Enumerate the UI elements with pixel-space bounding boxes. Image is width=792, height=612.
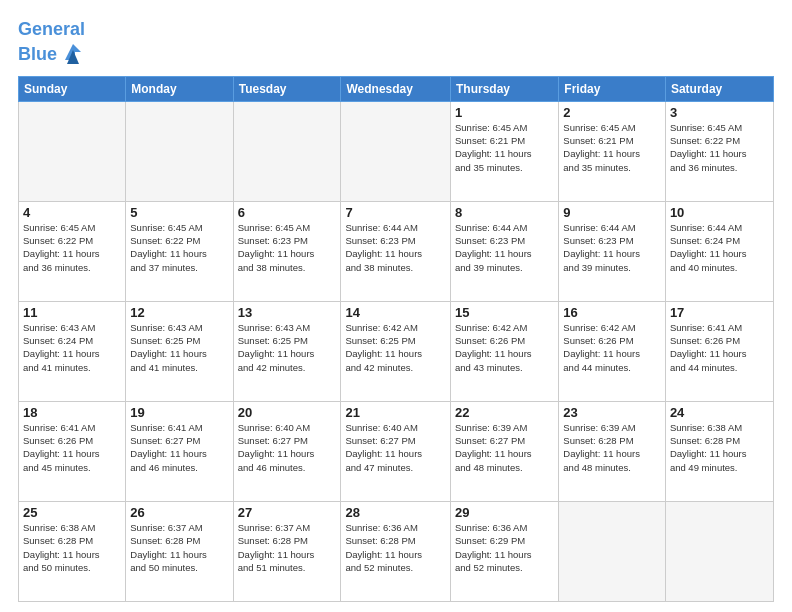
day-number: 1 [455,105,554,120]
day-number: 23 [563,405,661,420]
day-info: Sunrise: 6:45 AM Sunset: 6:23 PM Dayligh… [238,221,337,274]
day-info: Sunrise: 6:42 AM Sunset: 6:26 PM Dayligh… [563,321,661,374]
day-info: Sunrise: 6:37 AM Sunset: 6:28 PM Dayligh… [130,521,228,574]
day-number: 28 [345,505,446,520]
col-header-wednesday: Wednesday [341,76,451,101]
week-row-4: 18Sunrise: 6:41 AM Sunset: 6:26 PM Dayli… [19,401,774,501]
day-info: Sunrise: 6:38 AM Sunset: 6:28 PM Dayligh… [670,421,769,474]
week-row-2: 4Sunrise: 6:45 AM Sunset: 6:22 PM Daylig… [19,201,774,301]
day-info: Sunrise: 6:44 AM Sunset: 6:24 PM Dayligh… [670,221,769,274]
week-row-1: 1Sunrise: 6:45 AM Sunset: 6:21 PM Daylig… [19,101,774,201]
day-number: 19 [130,405,228,420]
day-cell: 23Sunrise: 6:39 AM Sunset: 6:28 PM Dayli… [559,401,666,501]
day-cell: 29Sunrise: 6:36 AM Sunset: 6:29 PM Dayli… [451,501,559,601]
day-cell: 6Sunrise: 6:45 AM Sunset: 6:23 PM Daylig… [233,201,341,301]
day-cell [341,101,451,201]
calendar-table: SundayMondayTuesdayWednesdayThursdayFrid… [18,76,774,602]
day-info: Sunrise: 6:44 AM Sunset: 6:23 PM Dayligh… [455,221,554,274]
day-number: 17 [670,305,769,320]
day-number: 3 [670,105,769,120]
col-header-friday: Friday [559,76,666,101]
day-cell [19,101,126,201]
header-row: SundayMondayTuesdayWednesdayThursdayFrid… [19,76,774,101]
day-number: 25 [23,505,121,520]
day-cell: 17Sunrise: 6:41 AM Sunset: 6:26 PM Dayli… [665,301,773,401]
day-cell: 15Sunrise: 6:42 AM Sunset: 6:26 PM Dayli… [451,301,559,401]
day-info: Sunrise: 6:39 AM Sunset: 6:28 PM Dayligh… [563,421,661,474]
day-cell: 20Sunrise: 6:40 AM Sunset: 6:27 PM Dayli… [233,401,341,501]
day-cell: 25Sunrise: 6:38 AM Sunset: 6:28 PM Dayli… [19,501,126,601]
day-number: 29 [455,505,554,520]
day-number: 6 [238,205,337,220]
day-number: 27 [238,505,337,520]
day-number: 15 [455,305,554,320]
logo: General Blue [18,20,87,70]
day-info: Sunrise: 6:41 AM Sunset: 6:26 PM Dayligh… [23,421,121,474]
day-cell: 19Sunrise: 6:41 AM Sunset: 6:27 PM Dayli… [126,401,233,501]
day-cell: 18Sunrise: 6:41 AM Sunset: 6:26 PM Dayli… [19,401,126,501]
day-number: 9 [563,205,661,220]
day-number: 18 [23,405,121,420]
day-info: Sunrise: 6:41 AM Sunset: 6:26 PM Dayligh… [670,321,769,374]
day-cell: 16Sunrise: 6:42 AM Sunset: 6:26 PM Dayli… [559,301,666,401]
day-info: Sunrise: 6:45 AM Sunset: 6:21 PM Dayligh… [563,121,661,174]
day-info: Sunrise: 6:43 AM Sunset: 6:25 PM Dayligh… [238,321,337,374]
day-cell: 3Sunrise: 6:45 AM Sunset: 6:22 PM Daylig… [665,101,773,201]
day-cell: 12Sunrise: 6:43 AM Sunset: 6:25 PM Dayli… [126,301,233,401]
day-number: 16 [563,305,661,320]
day-info: Sunrise: 6:44 AM Sunset: 6:23 PM Dayligh… [563,221,661,274]
day-number: 12 [130,305,228,320]
day-cell: 2Sunrise: 6:45 AM Sunset: 6:21 PM Daylig… [559,101,666,201]
day-number: 11 [23,305,121,320]
day-cell [665,501,773,601]
col-header-saturday: Saturday [665,76,773,101]
day-cell: 13Sunrise: 6:43 AM Sunset: 6:25 PM Dayli… [233,301,341,401]
day-number: 13 [238,305,337,320]
day-cell: 5Sunrise: 6:45 AM Sunset: 6:22 PM Daylig… [126,201,233,301]
day-number: 4 [23,205,121,220]
col-header-tuesday: Tuesday [233,76,341,101]
day-info: Sunrise: 6:36 AM Sunset: 6:28 PM Dayligh… [345,521,446,574]
day-info: Sunrise: 6:43 AM Sunset: 6:24 PM Dayligh… [23,321,121,374]
day-cell: 28Sunrise: 6:36 AM Sunset: 6:28 PM Dayli… [341,501,451,601]
col-header-thursday: Thursday [451,76,559,101]
day-cell: 7Sunrise: 6:44 AM Sunset: 6:23 PM Daylig… [341,201,451,301]
day-info: Sunrise: 6:38 AM Sunset: 6:28 PM Dayligh… [23,521,121,574]
week-row-5: 25Sunrise: 6:38 AM Sunset: 6:28 PM Dayli… [19,501,774,601]
day-number: 5 [130,205,228,220]
day-number: 24 [670,405,769,420]
day-number: 26 [130,505,228,520]
page: General Blue SundayMondayTuesdayWednesda… [0,0,792,612]
day-number: 10 [670,205,769,220]
day-cell: 4Sunrise: 6:45 AM Sunset: 6:22 PM Daylig… [19,201,126,301]
day-cell: 10Sunrise: 6:44 AM Sunset: 6:24 PM Dayli… [665,201,773,301]
day-cell [126,101,233,201]
logo-text: General [18,20,87,40]
day-cell: 24Sunrise: 6:38 AM Sunset: 6:28 PM Dayli… [665,401,773,501]
day-info: Sunrise: 6:45 AM Sunset: 6:22 PM Dayligh… [670,121,769,174]
day-number: 2 [563,105,661,120]
day-cell: 11Sunrise: 6:43 AM Sunset: 6:24 PM Dayli… [19,301,126,401]
day-info: Sunrise: 6:43 AM Sunset: 6:25 PM Dayligh… [130,321,228,374]
day-cell [559,501,666,601]
day-number: 8 [455,205,554,220]
day-cell: 14Sunrise: 6:42 AM Sunset: 6:25 PM Dayli… [341,301,451,401]
logo-icon [59,40,87,68]
day-info: Sunrise: 6:37 AM Sunset: 6:28 PM Dayligh… [238,521,337,574]
day-cell: 27Sunrise: 6:37 AM Sunset: 6:28 PM Dayli… [233,501,341,601]
day-cell: 21Sunrise: 6:40 AM Sunset: 6:27 PM Dayli… [341,401,451,501]
day-cell [233,101,341,201]
day-info: Sunrise: 6:36 AM Sunset: 6:29 PM Dayligh… [455,521,554,574]
day-number: 21 [345,405,446,420]
day-cell: 8Sunrise: 6:44 AM Sunset: 6:23 PM Daylig… [451,201,559,301]
week-row-3: 11Sunrise: 6:43 AM Sunset: 6:24 PM Dayli… [19,301,774,401]
day-info: Sunrise: 6:45 AM Sunset: 6:22 PM Dayligh… [130,221,228,274]
day-cell: 26Sunrise: 6:37 AM Sunset: 6:28 PM Dayli… [126,501,233,601]
day-cell: 22Sunrise: 6:39 AM Sunset: 6:27 PM Dayli… [451,401,559,501]
day-info: Sunrise: 6:40 AM Sunset: 6:27 PM Dayligh… [238,421,337,474]
day-info: Sunrise: 6:45 AM Sunset: 6:22 PM Dayligh… [23,221,121,274]
col-header-monday: Monday [126,76,233,101]
logo-blue: Blue [18,45,57,65]
day-info: Sunrise: 6:42 AM Sunset: 6:26 PM Dayligh… [455,321,554,374]
day-info: Sunrise: 6:41 AM Sunset: 6:27 PM Dayligh… [130,421,228,474]
